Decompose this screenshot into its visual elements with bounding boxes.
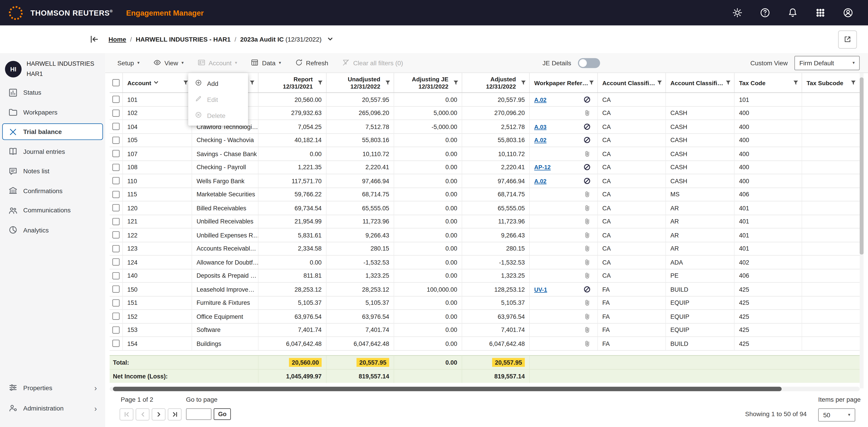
filter-icon[interactable] (451, 78, 460, 87)
adjusted-cell: 128,253.12 (462, 283, 530, 296)
sidebar-item-administration[interactable]: Administration› (2, 400, 103, 416)
classification-1-cell: CA (598, 120, 666, 133)
workpaper-link[interactable]: A.02 (534, 96, 546, 103)
horizontal-scrollbar-thumb[interactable] (113, 387, 782, 391)
breadcrumb-home-link[interactable]: Home (108, 36, 126, 42)
row-checkbox[interactable] (112, 340, 120, 347)
row-checkbox[interactable] (112, 272, 120, 279)
header-unadjusted[interactable]: Unadjusted12/31/2022 (327, 73, 394, 92)
refresh-button[interactable]: Refresh (295, 58, 329, 67)
account-button[interactable]: Account▾ (197, 58, 237, 67)
row-checkbox[interactable] (112, 164, 120, 171)
header-tax-subcode[interactable]: Tax Subcode (802, 73, 859, 92)
setup-button[interactable]: Setup▾ (117, 59, 140, 66)
last-page-button[interactable] (168, 408, 182, 421)
go-button[interactable]: Go (214, 408, 231, 420)
row-checkbox[interactable] (112, 96, 120, 103)
workpaper-cell (530, 106, 598, 120)
notifications-icon[interactable] (786, 7, 798, 19)
row-checkbox[interactable] (112, 245, 120, 252)
data-button[interactable]: Data▾ (251, 58, 281, 67)
header-account-classification-1[interactable]: Account Classifi… (598, 73, 666, 92)
row-checkbox[interactable] (112, 218, 120, 225)
sidebar-item-journal-entries[interactable]: Journal entries (2, 143, 103, 160)
sidebar-item-communications[interactable]: Communications (2, 202, 103, 219)
select-all-checkbox[interactable] (112, 79, 120, 86)
menu-item-add[interactable]: Add (188, 75, 248, 91)
sidebar-item-workpapers[interactable]: Workpapers (2, 104, 103, 120)
row-checkbox[interactable] (112, 313, 120, 320)
help-icon[interactable] (759, 7, 771, 19)
header-account-classification-2[interactable]: Account Classifi… (666, 73, 735, 92)
row-checkbox[interactable] (112, 177, 120, 184)
row-checkbox[interactable] (112, 259, 120, 266)
add-icon (195, 79, 202, 88)
goto-page-input[interactable] (186, 408, 212, 420)
workpaper-link[interactable]: UV-1 (534, 286, 547, 293)
sidebar-item-status[interactable]: Status (2, 84, 103, 101)
row-checkbox[interactable] (112, 136, 120, 144)
next-page-button[interactable] (152, 408, 165, 421)
sidebar-item-analytics[interactable]: Analytics (2, 222, 103, 238)
adjusted-cell: 1,323.25 (462, 269, 530, 282)
row-checkbox[interactable] (112, 123, 120, 130)
classification-2-cell: BUILD (666, 337, 735, 350)
row-checkbox[interactable] (112, 191, 120, 198)
workpaper-link[interactable]: A.02 (534, 137, 546, 143)
row-select-cell (110, 215, 123, 228)
row-checkbox[interactable] (112, 150, 120, 157)
items-per-page-select[interactable]: 50▾ (818, 408, 855, 422)
row-checkbox[interactable] (112, 204, 120, 211)
breadcrumb-client[interactable]: HARWELL INDUSTRIES - HAR1 (135, 36, 230, 42)
open-external-button[interactable] (838, 30, 857, 48)
row-checkbox[interactable] (112, 326, 120, 333)
header-adjusted[interactable]: Adjusted12/31/2022 (462, 73, 530, 92)
row-checkbox[interactable] (112, 299, 120, 306)
sidebar-item-confirmations[interactable]: Confirmations (2, 182, 103, 199)
workpaper-link[interactable]: A.03 (534, 123, 546, 130)
row-checkbox[interactable] (112, 231, 120, 238)
header-workpaper-reference[interactable]: Workpaper Refer… (530, 73, 598, 92)
filter-icon[interactable] (655, 78, 664, 87)
workpaper-link[interactable]: AP-12 (534, 164, 551, 171)
vertical-scrollbar-thumb[interactable] (860, 77, 864, 255)
je-details-toggle[interactable] (578, 58, 600, 68)
header-adjusting-je[interactable]: Adjusting JE12/31/2022 (394, 73, 462, 92)
menu-item-label: Add (207, 80, 218, 87)
classification-1-cell: FA (598, 283, 666, 296)
tax-code-cell: 400 (735, 174, 802, 187)
sidebar-item-trial-balance[interactable]: Trial balance (2, 123, 103, 140)
unadjusted-cell: 68,714.75 (327, 188, 394, 201)
chevron-down-icon[interactable] (326, 36, 333, 43)
row-checkbox[interactable] (112, 286, 120, 293)
workpaper-cell (530, 147, 598, 160)
header-report[interactable]: Report12/31/2021 (258, 73, 327, 92)
breadcrumb-engagement[interactable]: 2023a Audit IC(12/31/2022) (240, 36, 321, 42)
workpaper-link[interactable]: A.02 (534, 177, 546, 184)
classification-1-cell: CA (598, 106, 666, 120)
filter-icon[interactable] (848, 78, 857, 87)
header-account[interactable]: Account (123, 73, 192, 92)
filter-icon[interactable] (383, 78, 392, 87)
sidebar-item-properties[interactable]: Properties› (2, 380, 103, 396)
settings-icon[interactable] (731, 7, 743, 19)
total-unadjusted: 20,557.95 (327, 355, 394, 369)
net-income-row: Net Income (Loss): 1,045,499.97 819,557.… (110, 369, 860, 383)
apps-icon[interactable] (814, 7, 826, 19)
view-button[interactable]: View▾ (153, 58, 184, 67)
header-tax-code[interactable]: Tax Code (735, 73, 802, 92)
filter-icon[interactable] (519, 78, 528, 87)
filter-icon[interactable] (723, 78, 733, 87)
report-cell: 0.00 (258, 256, 327, 269)
collapse-back-icon[interactable] (89, 34, 100, 45)
sidebar-item-notes-list[interactable]: Notes list (2, 163, 103, 179)
unadjusted-cell: 5,105.37 (327, 296, 394, 309)
description-cell: Wells Fargo Bank (192, 174, 258, 187)
filter-icon[interactable] (315, 78, 324, 87)
filter-icon[interactable] (791, 78, 800, 87)
custom-view-select[interactable]: Firm Default▾ (794, 56, 860, 70)
filter-icon[interactable] (248, 78, 256, 87)
filter-icon[interactable] (587, 78, 596, 87)
row-checkbox[interactable] (112, 109, 120, 117)
user-account-icon[interactable] (842, 7, 854, 19)
